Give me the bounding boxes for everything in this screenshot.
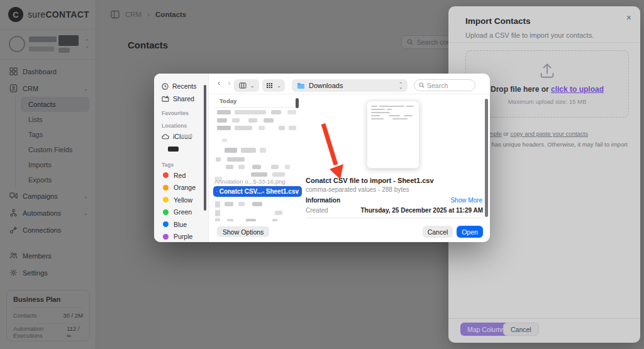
- tag-dot-red: [163, 172, 169, 178]
- created-label: Created: [306, 207, 328, 214]
- redacted-file: [225, 202, 233, 206]
- shared-folder-icon: [162, 96, 169, 102]
- column-view-button[interactable]: ⌄: [234, 79, 259, 92]
- redacted-file: [252, 165, 261, 169]
- tag-dot-yellow: [163, 197, 169, 202]
- redacted-file: [225, 148, 237, 153]
- dialog-open-button[interactable]: Open: [457, 226, 483, 238]
- redacted-file: [241, 148, 256, 153]
- redacted-item: [168, 147, 179, 152]
- finder-toolbar: ‹ › ⌄ ⌄ Downloads ⌃⌄ Search: [209, 74, 490, 94]
- divider: [214, 107, 300, 108]
- column-view-icon: [239, 82, 247, 89]
- redacted-file: [222, 138, 227, 142]
- redacted-file: [217, 126, 231, 130]
- created-value: Thursday, 25 December 2025 at 11:29 AM: [360, 207, 483, 214]
- folder-icon: [297, 82, 305, 89]
- information-label: Information: [306, 197, 340, 204]
- tag-green[interactable]: Green: [154, 206, 208, 219]
- redacted-file: [232, 118, 240, 123]
- sidebar-scrollbar[interactable]: [204, 85, 206, 211]
- finder-search-input[interactable]: Search: [414, 79, 475, 91]
- preview-pane: Conatct CSV file to import - Sheet1.csv …: [303, 94, 490, 221]
- redacted-text: [180, 135, 192, 138]
- forward-icon[interactable]: ›: [228, 78, 230, 87]
- tag-dot-green: [163, 209, 169, 215]
- redacted-file: [271, 110, 281, 114]
- redacted-file: [272, 172, 285, 177]
- preview-filename: Conatct CSV file to import - Sheet1.csv: [306, 177, 434, 184]
- redacted-file: [235, 126, 252, 130]
- document-icon: [215, 201, 220, 208]
- tag-yellow[interactable]: Yellow: [154, 194, 208, 206]
- document-icon: [215, 210, 220, 216]
- finder-section-tags: Tags: [154, 157, 208, 169]
- finder-sidebar: Recents Shared Favourites Locations iClo…: [154, 74, 209, 242]
- back-icon[interactable]: ‹: [218, 78, 220, 87]
- dialog-cancel-button[interactable]: Cancel: [423, 226, 453, 238]
- search-icon: [419, 82, 425, 88]
- file-open-dialog: Recents Shared Favourites Locations iClo…: [154, 74, 490, 242]
- redacted-file: [287, 110, 296, 114]
- divider: [306, 218, 483, 218]
- tag-purple[interactable]: Purple: [154, 231, 208, 243]
- finder-recents[interactable]: Recents: [154, 80, 208, 92]
- show-more-link[interactable]: Show More: [450, 197, 482, 204]
- redacted-file: [289, 126, 296, 130]
- preview-scrollbar[interactable]: [485, 99, 488, 217]
- tag-dot-orange: [163, 185, 169, 191]
- chevron-down-icon: ⌄: [277, 83, 281, 89]
- redacted-file: [251, 172, 267, 177]
- tag-blue[interactable]: Blue: [154, 218, 208, 231]
- redacted-file: [235, 110, 266, 114]
- select-updown-icon: ⌃⌄: [399, 82, 402, 89]
- document-icon: [216, 188, 217, 195]
- show-options-button[interactable]: Show Options: [217, 226, 269, 237]
- tag-orange[interactable]: Orange: [154, 182, 208, 194]
- redacted-file: [258, 126, 265, 130]
- redacted-file: [238, 165, 245, 169]
- location-select[interactable]: Downloads ⌃⌄: [292, 79, 408, 92]
- redacted-file: [227, 157, 245, 162]
- redacted-file: [275, 211, 282, 215]
- tag-dot-purple: [163, 234, 169, 240]
- file-list: Today: [209, 94, 303, 221]
- file-group-label: Today: [219, 97, 236, 104]
- redacted-file: [238, 202, 245, 206]
- cloud-icon: [162, 134, 169, 140]
- redacted-file: [217, 110, 231, 114]
- redacted-file: [264, 118, 274, 123]
- redacted-file: [279, 126, 285, 130]
- preview-filemeta: comma-separated values - 288 bytes: [306, 186, 409, 193]
- redacted-file: [260, 148, 266, 153]
- tag-red[interactable]: Red: [154, 169, 208, 182]
- location-label: Downloads: [309, 82, 395, 89]
- grid-view-button[interactable]: ⌄: [262, 79, 285, 92]
- clock-icon: [162, 83, 169, 90]
- redacted-file: [252, 202, 262, 206]
- redacted-file: [216, 157, 221, 162]
- redacted-file: [285, 165, 290, 169]
- finder-shared[interactable]: Shared: [154, 92, 208, 105]
- finder-section-locations: Locations: [154, 118, 208, 130]
- redacted-file: [226, 165, 233, 169]
- grid-view-icon: [266, 82, 273, 89]
- redacted-file: [217, 118, 227, 123]
- redacted-file: [271, 165, 279, 169]
- file-row-annotation-png[interactable]: Annotation o...5-33-16.png: [214, 178, 300, 185]
- screen: C sureCONTACT ⌃⌄ Dashboard CRM ⌄: [0, 0, 644, 349]
- redacted-file: [248, 118, 257, 123]
- dialog-bottom-bar: Show Options Cancel Open: [209, 221, 490, 242]
- finder-search-placeholder: Search: [427, 82, 448, 89]
- file-thumbnail: [367, 101, 419, 169]
- chevron-down-icon: ⌄: [250, 83, 255, 89]
- finder-section-favourites: Favourites: [154, 105, 208, 118]
- tag-dot-blue: [163, 221, 169, 227]
- file-list-scrollbar[interactable]: [296, 98, 299, 108]
- file-row-selected-csv[interactable]: Conatct CSV...- Sheet1.csv: [213, 186, 302, 197]
